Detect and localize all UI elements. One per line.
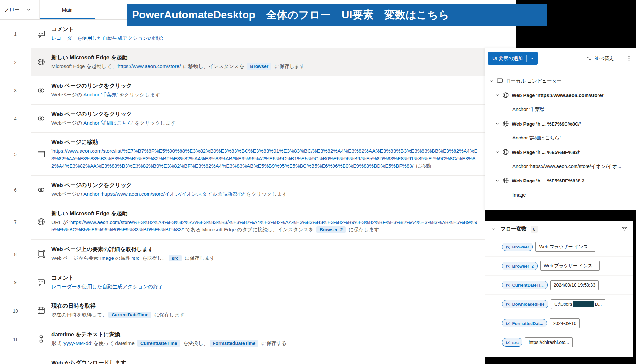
description-text: の属性	[114, 255, 132, 261]
row-number: 9	[0, 268, 31, 296]
variable-value-box[interactable]: Web ブラウザー インス...	[540, 261, 600, 271]
inline-link-text: 'src'	[132, 255, 141, 261]
flow-variable-row-1[interactable]: (x)Browser_2Web ブラウザー インス...	[485, 257, 633, 276]
action-description: URL が 'https://www.aeon.com/store/%E3%82…	[51, 218, 479, 234]
description-text: URL が	[51, 219, 69, 225]
chevron-down-icon[interactable]	[491, 227, 496, 232]
action-row-11[interactable]: 11datetime をテキストに変換形式 'yyyy-MM-dd' を使って …	[0, 325, 485, 353]
chevron-down-icon[interactable]	[495, 150, 499, 154]
ui-tree-item-8[interactable]: Image	[485, 188, 636, 202]
variable-name-pill[interactable]: (x)DownloadedFile	[502, 300, 548, 308]
flow-variable-row-4[interactable]: (x)FormattedDat...2024-09-10	[485, 314, 633, 333]
ui-tree-item-1[interactable]: Web Page 'https://www.aeon.com/store/'	[485, 88, 636, 102]
inline-link-text: Anchor 'https://www.aeon.com/store/イオン/イ…	[83, 191, 245, 197]
flow-variable-row-5[interactable]: (x)srchttps://chirashi.oto...	[485, 333, 633, 352]
flow-variable-row-2[interactable]: (x)CurrentDateTi...2024/09/10 19:58:33	[485, 276, 633, 295]
subflow-label: フロー	[4, 6, 20, 13]
variable-name: CurrentDateTi...	[512, 283, 543, 288]
variable-name-pill[interactable]: (x)FormattedDat...	[502, 319, 547, 327]
ui-tree-item-0[interactable]: ローカル コンピューター	[485, 74, 636, 88]
action-description: Webページの Anchor 'https://www.aeon.com/sto…	[51, 190, 479, 198]
variable-name-pill[interactable]: (x)src	[502, 338, 522, 347]
chevron-down-icon[interactable]	[495, 93, 499, 97]
ui-tree-item-2[interactable]: Anchor '千葉県'	[485, 102, 636, 116]
chevron-down-icon[interactable]	[495, 178, 499, 183]
variable-name-pill[interactable]: (x)CurrentDateTi...	[502, 281, 548, 289]
variable-name-pill[interactable]: (x)Browser_2	[502, 262, 538, 270]
variable-name: src	[512, 340, 519, 345]
variable-value-box[interactable]: https://chirashi.oto...	[525, 337, 573, 347]
action-row-5[interactable]: 5Web ページに移動'https://www.aeon.com/store/l…	[0, 133, 485, 176]
description-text: https://chirashi.oto...	[529, 340, 569, 345]
inline-link-text: Anchor '千葉県'	[83, 92, 118, 97]
variable-name: Browser	[512, 245, 529, 249]
action-row-4[interactable]: 4Web ページのリンクをクリックWebページの Anchor '詳細はこちら'…	[0, 105, 485, 133]
description-text: Web ブラウザー インス...	[539, 244, 591, 250]
add-ui-element-label: UI 要素の追加	[492, 55, 523, 61]
description-text: Webページの	[51, 92, 83, 97]
flow-variable-row-0[interactable]: (x)BrowserWeb ブラウザー インス...	[485, 237, 633, 257]
subflow-dropdown[interactable]: フロー	[1, 0, 34, 19]
ui-tree-item-7[interactable]: Web Page 'h ... %E5%BF%83/' 2	[485, 173, 636, 188]
filter-icon[interactable]	[621, 226, 628, 232]
ui-tree-item-6[interactable]: Anchor 'https://www.aeon.com/store/イオン/イ…	[485, 159, 636, 173]
action-description: レコーダーを使用した自動生成アクションの開始	[51, 34, 479, 42]
chevron-down-icon	[616, 56, 620, 61]
fx-icon: (x)	[506, 340, 510, 344]
variable-name-pill[interactable]: (x)Browser	[502, 243, 533, 251]
chevron-down-icon[interactable]	[530, 56, 534, 61]
action-description: Microsoft Edge を起動して、'https://www.aeon.c…	[51, 62, 479, 70]
action-row-9[interactable]: 9コメントレコーダーを使用した自動生成アクションの終了	[0, 268, 485, 296]
ui-elements-panel-header: UI 要素の追加 並べ替え	[485, 48, 636, 67]
action-row-6[interactable]: 6Web ページのリンクをクリックWebページの Anchor 'https:/…	[0, 176, 485, 204]
variable-value-box[interactable]: 2024-09-10	[550, 318, 580, 328]
more-options-icon[interactable]	[626, 55, 632, 61]
inline-link-text: 'https://www.aeon.com/store/'	[117, 63, 182, 69]
variable-value-box[interactable]: C:\UsersD...	[551, 299, 605, 309]
variable-name: Browser_2	[512, 264, 533, 269]
add-ui-element-button[interactable]: UI 要素の追加	[488, 52, 538, 65]
inline-link-text: Anchor '詳細はこちら'	[83, 120, 133, 126]
flow-variables-header: フロー変数 6	[485, 221, 633, 237]
ui-tree-item-5[interactable]: Web Page 'h ... %E5%BF%83/'	[485, 145, 636, 159]
action-row-2[interactable]: 2新しい Microsoft Edge を起動Microsoft Edge を起…	[0, 48, 485, 76]
action-row-7[interactable]: 7新しい Microsoft Edge を起動URL が 'https://ww…	[0, 204, 485, 240]
sort-icon	[586, 55, 592, 61]
variable-value-box[interactable]: 2024/09/10 19:58:33	[550, 280, 599, 290]
flow-variable-row-3[interactable]: (x)DownloadedFileC:\UsersD...	[485, 295, 633, 314]
variable-name: DownloadedFile	[512, 302, 544, 307]
ui-tree-item-label: ローカル コンピューター	[506, 78, 636, 84]
redaction-box	[573, 301, 594, 307]
tab-main[interactable]: Main	[39, 0, 95, 19]
ui-tree-item-label: Image	[512, 192, 636, 198]
action-title: コメント	[51, 274, 479, 282]
chevron-down-icon[interactable]	[489, 79, 494, 83]
inline-link-text: レコーダーを使用した自動生成アクションの開始	[51, 35, 163, 41]
ui-tree-item-3[interactable]: Web Page 'h ... %E7%9C%8C/'	[485, 116, 636, 131]
description-text: Web ブラウザー インス...	[544, 263, 596, 269]
description-text: Webページの	[51, 120, 83, 126]
action-title: Web ページに移動	[51, 138, 479, 146]
ui-tree-item-4[interactable]: Anchor '詳細はこちら'	[485, 131, 636, 145]
description-text: に保存する	[260, 340, 287, 346]
action-row-10[interactable]: 10現在の日時を取得現在の日時を取得して、CurrentDateTime に保存…	[0, 296, 485, 325]
description-text: をクリックします	[118, 92, 160, 97]
action-row-8[interactable]: 8Web ページ上の要素の詳細を取得しますWeb ページから要素 Image の…	[0, 240, 485, 268]
ui-tree-item-label: Anchor '千葉県'	[512, 106, 636, 113]
description-text: に移動し、インスタンスを	[181, 63, 246, 69]
variable-value-box[interactable]: Web ブラウザー インス...	[535, 242, 595, 252]
description-text: を取得し、	[140, 255, 167, 261]
ui-tree-item-label: Web Page 'h ... %E5%BF%83/'	[512, 149, 636, 155]
flow-variables-panel: フロー変数 6 (x)BrowserWeb ブラウザー インス...(x)Bro…	[485, 221, 633, 357]
row-number: 7	[0, 204, 31, 240]
chevron-down-icon[interactable]	[495, 121, 499, 126]
variable-pill: CurrentDateTime	[137, 340, 180, 347]
action-description: 'https://www.aeon.com/store/list/%E7%B7%…	[51, 147, 479, 170]
action-row-12[interactable]: 12Web からダウンロードしますsrc からファイルをダウンロードして 'C:…	[0, 353, 485, 364]
ui-elements-tree: ローカル コンピューターWeb Page 'https://www.aeon.c…	[485, 67, 636, 202]
sort-control[interactable]: 並べ替え	[586, 55, 620, 61]
fx-icon: (x)	[506, 245, 510, 249]
action-row-3[interactable]: 3Web ページのリンクをクリックWebページの Anchor '千葉県' をク…	[0, 76, 485, 105]
row-number: 3	[0, 76, 31, 105]
ui-tree-item-label: Anchor 'https://www.aeon.com/store/イオン/イ…	[512, 163, 636, 170]
